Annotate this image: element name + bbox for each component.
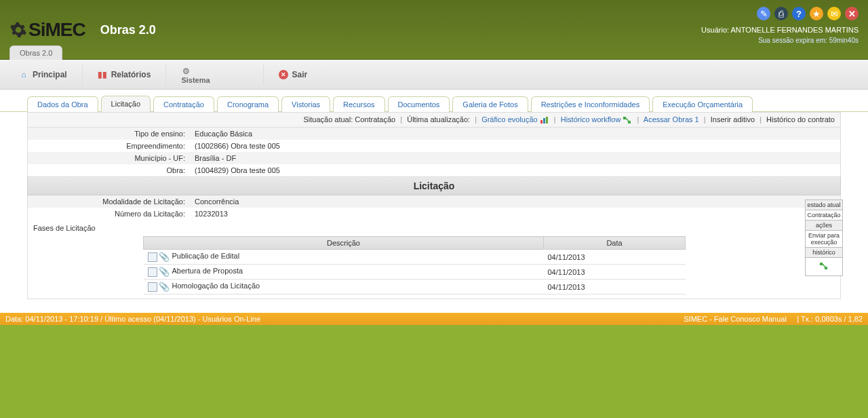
- menu-relatorios-label: Relatórios: [111, 70, 151, 79]
- app-name: Obras 2.0: [100, 23, 156, 37]
- menu-principal-label: Principal: [33, 70, 67, 79]
- attachment-icon[interactable]: 📎: [159, 282, 170, 292]
- user-prefix: Usuário:: [701, 26, 729, 34]
- edit-icon[interactable]: ✎: [757, 7, 770, 20]
- workflow-small-icon: [819, 262, 829, 270]
- footer-manual-link[interactable]: Manual: [762, 315, 787, 323]
- tab-galeria-de-fotos[interactable]: Galeria de Fotos: [452, 96, 528, 112]
- side-enviar-button[interactable]: Enviar para execução: [805, 230, 843, 247]
- fase-data: 04/11/2013: [544, 280, 686, 294]
- obra-info: Tipo de ensino: Educação Básica Empreend…: [27, 128, 841, 177]
- bar-chart-icon: [540, 116, 549, 124]
- breadcrumb-tab[interactable]: Obras 2.0: [9, 45, 62, 60]
- fase-text: Homologação da Licitação: [172, 282, 260, 290]
- menu-sair-label: Sair: [292, 70, 308, 79]
- footer: Data: 04/11/2013 - 17:10:19 / Último ace…: [0, 313, 868, 325]
- municipio-value: Brasília - DF: [191, 152, 840, 164]
- tipo-ensino-label: Tipo de ensino:: [28, 128, 191, 140]
- historico-workflow-link[interactable]: Histórico workflow: [561, 115, 621, 124]
- licitacao-block: estado atual Contratação ações Enviar pa…: [27, 195, 841, 299]
- logo: SiMEC: [9, 19, 85, 41]
- section-title: Licitação: [27, 177, 841, 195]
- main-menu: ⌂ Principal ▮▮ Relatórios ⚙ Sistema ✕ Sa…: [0, 60, 868, 90]
- modalidade-label: Modalidade de Licitação:: [28, 195, 191, 208]
- empreendimento-value: (1002866) Obra teste 005: [191, 140, 840, 152]
- inner-tabs: Dados da ObraLicitaçãoContrataçãoCronogr…: [0, 95, 868, 112]
- table-row: 📎Abertura de Proposta04/11/2013: [144, 265, 686, 280]
- svg-rect-1: [543, 118, 545, 124]
- empreendimento-label: Empreendimento:: [28, 140, 191, 152]
- numero-value: 10232013: [191, 208, 840, 220]
- footer-left: Data: 04/11/2013 - 17:10:19 / Último ace…: [5, 315, 260, 323]
- menu-sistema[interactable]: ⚙ Sistema: [169, 60, 222, 89]
- menu-relatorios[interactable]: ▮▮ Relatórios: [85, 60, 163, 89]
- footer-right: SIMEC - Fale Conosco Manual | Tx.: 0,080…: [684, 315, 863, 323]
- content-area: Dados da ObraLicitaçãoContrataçãoCronogr…: [0, 90, 868, 313]
- obra-label: Obra:: [28, 164, 191, 176]
- svg-rect-0: [540, 120, 542, 124]
- tab-vistorias[interactable]: Vistorias: [281, 96, 330, 112]
- ultima-atualizacao-label: Última atualização:: [407, 115, 470, 124]
- svg-rect-3: [623, 117, 626, 119]
- grafico-evolucao-link[interactable]: Gráfico evolução: [481, 115, 538, 124]
- mail-icon[interactable]: ✉: [827, 7, 841, 20]
- acessar-obras-link[interactable]: Acessar Obras 1: [644, 115, 699, 124]
- help-icon[interactable]: ?: [792, 7, 806, 20]
- document-icon[interactable]: [148, 252, 157, 262]
- favorite-icon[interactable]: ★: [810, 7, 823, 20]
- menu-sair[interactable]: ✕ Sair: [267, 60, 320, 89]
- footer-fale-link[interactable]: Fale Conosco: [714, 315, 760, 323]
- fase-descricao: 📎Publicação de Edital: [144, 250, 544, 265]
- footer-simec-link[interactable]: SIMEC: [684, 315, 707, 323]
- fase-text: Publicação de Edital: [172, 252, 240, 261]
- col-descricao: Descrição: [144, 237, 544, 250]
- fase-text: Abertura de Proposta: [172, 267, 243, 276]
- svg-rect-2: [546, 117, 548, 124]
- chart-icon: ▮▮: [98, 70, 107, 79]
- situacao-label: Situação atual:: [303, 115, 353, 124]
- tab-documentos[interactable]: Documentos: [388, 96, 450, 112]
- attachment-icon[interactable]: 📎: [159, 267, 170, 277]
- fase-data: 04/11/2013: [544, 265, 686, 280]
- fase-descricao: 📎Abertura de Proposta: [144, 265, 544, 280]
- side-acoes-header: ações: [805, 220, 843, 230]
- situacao-value: Contratação: [355, 115, 395, 124]
- tab-recursos[interactable]: Recursos: [333, 96, 384, 112]
- footer-tx: | Tx.: 0,0803s / 1,82: [797, 315, 863, 323]
- side-historico-button[interactable]: [805, 257, 843, 276]
- close-icon[interactable]: ✕: [845, 7, 859, 20]
- tab-licita-o[interactable]: Licitação: [101, 96, 151, 112]
- municipio-label: Município - UF:: [28, 152, 191, 164]
- header-toolbar: ✎ ⎙ ? ★ ✉ ✕: [701, 7, 859, 20]
- tab-dados-da-obra[interactable]: Dados da Obra: [27, 96, 98, 112]
- attachment-icon[interactable]: 📎: [159, 252, 170, 262]
- modalidade-value: Concorrência: [191, 195, 840, 208]
- side-historico-header: histórico: [805, 247, 843, 257]
- status-bar: Situação atual: Contratação | Última atu…: [27, 112, 841, 128]
- home-icon: ⌂: [19, 70, 28, 79]
- side-estado-header: estado atual: [805, 200, 843, 210]
- fases-table: Descrição Data 📎Publicação de Edital04/1…: [143, 236, 686, 294]
- gear-icon: [9, 21, 27, 39]
- document-icon[interactable]: [148, 282, 157, 292]
- tab-execu-o-or-ament-ria[interactable]: Execução Orçamentária: [652, 96, 753, 112]
- session-expiry: Sua sessão expira em: 59min40s: [701, 37, 859, 44]
- menu-principal[interactable]: ⌂ Principal: [7, 60, 79, 89]
- fase-data: 04/11/2013: [544, 250, 686, 265]
- fase-descricao: 📎Homologação da Licitação: [144, 280, 544, 294]
- table-row: 📎Publicação de Edital04/11/2013: [144, 250, 686, 265]
- print-icon[interactable]: ⎙: [774, 7, 788, 20]
- tab-restri-es-e-inconformidades[interactable]: Restrições e Inconformidades: [531, 96, 650, 112]
- col-data: Data: [544, 237, 686, 250]
- historico-contrato[interactable]: Histórico do contrato: [766, 115, 835, 124]
- tab-contrata-o[interactable]: Contratação: [153, 96, 214, 112]
- numero-label: Número da Licitação:: [28, 208, 191, 220]
- menu-sistema-label: Sistema: [181, 76, 210, 85]
- side-estado-value: Contratação: [805, 210, 843, 220]
- tab-cronograma[interactable]: Cronograma: [217, 96, 279, 112]
- document-icon[interactable]: [148, 267, 157, 277]
- inserir-aditivo[interactable]: Inserir aditivo: [711, 115, 755, 124]
- table-row: 📎Homologação da Licitação04/11/2013: [144, 280, 686, 294]
- user-info: Usuário: ANTONELLE FERNANDES MARTINS: [701, 26, 859, 34]
- workflow-icon: [623, 116, 632, 124]
